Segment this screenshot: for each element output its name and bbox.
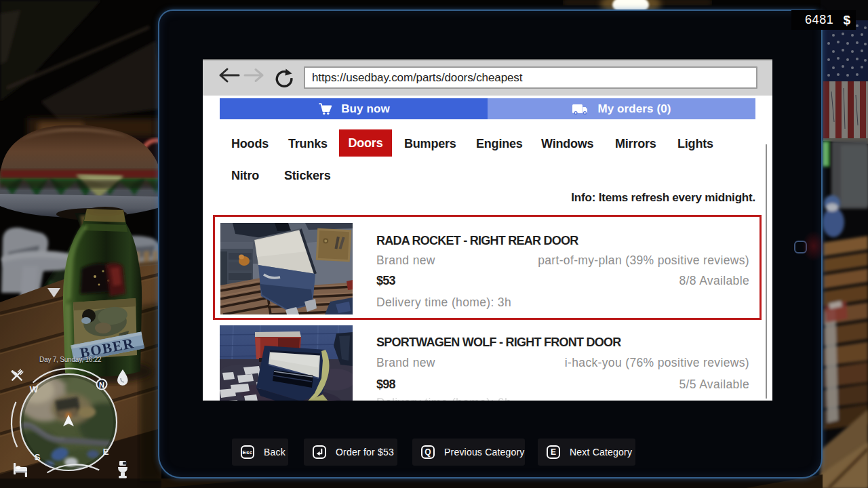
svg-text:S: S [35, 452, 41, 462]
svg-text:N: N [99, 381, 104, 389]
svg-text:W: W [30, 384, 39, 394]
svg-text:E: E [103, 447, 109, 457]
